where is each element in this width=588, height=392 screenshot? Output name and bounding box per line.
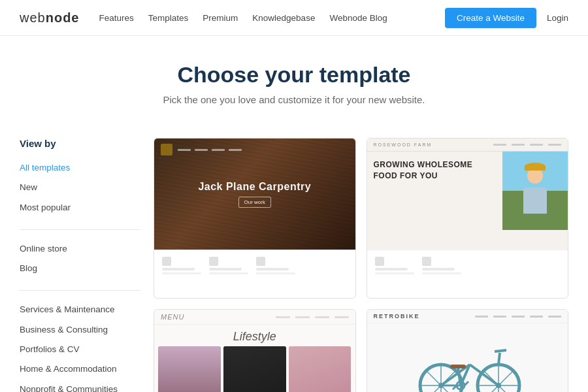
card4-nav-link [530, 316, 543, 318]
card3-photo-3 [289, 346, 351, 392]
card1-feature-3 [256, 257, 295, 274]
sidebar-view-by-label: View by [20, 138, 140, 149]
svg-rect-17 [450, 365, 466, 368]
card2-photo [502, 152, 568, 230]
feature-tools-icon [256, 257, 265, 266]
nav-features[interactable]: Features [99, 13, 133, 23]
feature-text [162, 268, 195, 270]
card4-bike-area [367, 323, 568, 392]
template-card-carpentry[interactable]: Jack Plane Carpentry Our work [154, 138, 356, 299]
person-hat [525, 163, 546, 171]
feature-subtext [375, 272, 414, 274]
template-preview-farm: ROSEWOOD FARM GROWING WHOLESOME FOOD FOR… [367, 139, 568, 250]
person-head [527, 168, 543, 184]
nav-premium[interactable]: Premium [203, 13, 238, 23]
sidebar-subcategory-section: Services & Maintenance Business & Consul… [20, 290, 140, 392]
create-website-button[interactable]: Create a Website [445, 8, 536, 28]
feature-icon [375, 257, 384, 266]
feature-subtext [422, 272, 461, 274]
card2-feature-2 [422, 257, 461, 274]
hero-subtitle: Pick the one you love and customize it f… [13, 94, 575, 105]
card2-nav-link [530, 144, 543, 146]
main-nav: Features Templates Premium Knowledgebase… [99, 13, 387, 23]
card1-feature-2 [209, 257, 248, 274]
card1-footer [154, 250, 355, 281]
bike-illustration [402, 333, 532, 392]
card2-nav-link [493, 144, 506, 146]
card1-title: Jack Plane Carpentry [198, 181, 311, 193]
feature-text [422, 268, 455, 270]
header-right: Create a Website Login [445, 8, 568, 28]
templates-grid: Jack Plane Carpentry Our work [154, 138, 568, 392]
sidebar-filter-popular[interactable]: Most popular [20, 198, 140, 218]
feature-text [375, 268, 408, 270]
logo[interactable]: webnode [20, 10, 79, 25]
card3-nav-link [335, 316, 349, 318]
card1-nav-link [195, 149, 208, 151]
card3-photo-dark: Little secrets [223, 346, 286, 392]
feature-icon [422, 257, 431, 266]
feature-subtext [162, 272, 201, 274]
card1-nav-link [212, 149, 225, 151]
card1-nav-link [229, 149, 242, 151]
sidebar-category-blog[interactable]: Blog [20, 259, 140, 278]
card3-nav-link [295, 316, 310, 318]
card3-nav-links [276, 316, 349, 318]
card1-features [162, 257, 348, 274]
card1-cta-button[interactable]: Our work [238, 197, 271, 208]
svg-line-18 [498, 353, 500, 365]
card2-footer [367, 250, 568, 281]
card3-photo-pink [289, 346, 351, 392]
hero-section: Choose your template Pick the one you lo… [0, 36, 588, 125]
main-content: View by All templates New Most popular O… [0, 125, 588, 392]
feature-subtext [256, 272, 295, 274]
template-preview-carpentry: Jack Plane Carpentry Our work [154, 139, 355, 250]
card4-nav-links [475, 316, 561, 318]
hero-title: Choose your template [13, 62, 575, 88]
card2-nav-link [512, 144, 525, 146]
card3-title: Lifestyle [154, 325, 355, 346]
template-preview-retrobike: Retrobike [367, 310, 568, 392]
svg-line-19 [495, 350, 506, 351]
sidebar-subcat-nonprofit[interactable]: Nonprofit & Communities [20, 380, 140, 392]
sidebar-filter-section: All templates New Most popular [20, 158, 140, 218]
card1-nav-link [178, 149, 191, 151]
card3-nav-link [276, 316, 290, 318]
person-body [523, 188, 547, 214]
feature-design-icon [162, 257, 171, 266]
feature-text [209, 268, 242, 270]
card4-nav-link [512, 316, 525, 318]
card1-feature-1 [162, 257, 201, 274]
template-card-farm[interactable]: ROSEWOOD FARM GROWING WHOLESOME FOOD FOR… [367, 138, 569, 299]
card2-text: GROWING WHOLESOME FOOD FOR YOU [367, 152, 503, 250]
card2-headline: GROWING WHOLESOME FOOD FOR YOU [374, 159, 497, 182]
sidebar-filter-all[interactable]: All templates [20, 158, 140, 178]
sidebar-category-online-store[interactable]: Online store [20, 239, 140, 259]
site-header: webnode Features Templates Premium Knowl… [0, 0, 588, 36]
card2-nav-links [493, 144, 561, 146]
card3-nav-link [315, 316, 329, 318]
svg-line-22 [465, 382, 468, 385]
card2-person [502, 152, 568, 230]
card3-photo-main: Hottest autumn trends [158, 346, 221, 392]
template-card-retrobike[interactable]: Retrobike [367, 309, 569, 392]
sidebar-type-section: Online store Blog [20, 229, 140, 279]
nav-templates[interactable]: Templates [148, 13, 189, 23]
card2-features [375, 257, 561, 274]
feature-text [256, 268, 289, 270]
sidebar-subcat-portfolios[interactable]: Portfolios & CV [20, 340, 140, 359]
login-button[interactable]: Login [547, 13, 568, 23]
sidebar-subcat-services[interactable]: Services & Maintenance [20, 300, 140, 319]
nav-blog[interactable]: Webnode Blog [329, 13, 387, 23]
sidebar-subcat-home[interactable]: Home & Accommodation [20, 359, 140, 379]
template-card-lifestyle[interactable]: MENU Lifestyle Hottest autumn trends [154, 309, 356, 392]
feature-estimate-icon [209, 257, 218, 266]
card3-photo-2: Little secrets [223, 346, 286, 392]
nav-knowledgebase[interactable]: Knowledgebase [252, 13, 315, 23]
card1-nav-links [178, 149, 242, 151]
card2-nav-link [548, 144, 561, 146]
card1-nav [154, 144, 355, 155]
sidebar-subcat-business[interactable]: Business & Consulting [20, 320, 140, 340]
template-preview-lifestyle: MENU Lifestyle Hottest autumn trends [154, 310, 355, 392]
sidebar-filter-new[interactable]: New [20, 178, 140, 197]
